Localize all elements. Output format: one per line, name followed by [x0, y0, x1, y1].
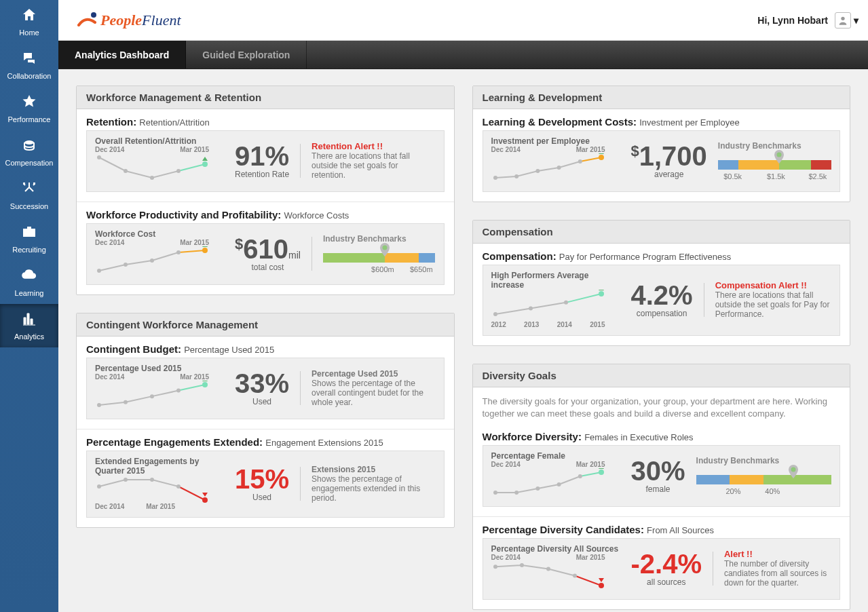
- desc-title: Percentage Used 2015: [312, 369, 434, 379]
- panel-learning: Learning & Development Learning & Develo…: [472, 85, 851, 202]
- metric-value: $1,700: [631, 142, 707, 170]
- section-workforce-diversity[interactable]: Workforce Diversity: Females in Executiv…: [473, 424, 850, 516]
- sparkline: [491, 153, 605, 182]
- benchmark-bar: [718, 160, 831, 170]
- sidebar-item-label: Recruiting: [12, 246, 46, 254]
- sidebar-item-analytics[interactable]: Analytics: [0, 304, 58, 347]
- metric-unit: female: [631, 484, 685, 494]
- svg-point-22: [176, 484, 181, 489]
- svg-point-2: [841, 16, 844, 20]
- sidebar-item-learning[interactable]: Learning: [0, 261, 58, 304]
- svg-point-4: [124, 169, 128, 173]
- benchmark-labels: $0.5k$1.5k$2.5k: [718, 172, 831, 180]
- metric-unit: Used: [235, 397, 289, 406]
- range-start: Dec 2014: [491, 146, 521, 153]
- sidebar-item-label: Analytics: [14, 332, 44, 341]
- alert-body: The number of diversity candiates from a…: [724, 559, 831, 588]
- sidebar-item-label: Compensation: [5, 159, 54, 167]
- logo-text-a: People: [100, 12, 142, 28]
- section-compensation[interactable]: Compensation: Pay for Performance Progra…: [473, 244, 850, 345]
- section-sub: Females in Executive Roles: [584, 432, 693, 442]
- bar-chart-icon: [21, 311, 37, 328]
- sidebar-item-home[interactable]: Home: [0, 0, 58, 43]
- section-sub: Pay for Performance Program Effectivenes…: [559, 252, 731, 262]
- panel-contingent: Contingent Workforce Management Continge…: [76, 313, 455, 528]
- metric-value: 33%: [235, 370, 289, 397]
- panel-title: Diversity Goals: [473, 364, 850, 387]
- range-end: Mar 2015: [576, 146, 605, 153]
- range-end: Mar 2015: [576, 461, 605, 468]
- svg-point-13: [382, 245, 387, 250]
- svg-point-20: [124, 478, 128, 482]
- section-heading: Retention:: [86, 116, 136, 128]
- section-diversity-candidates[interactable]: Percentage Diversity Candidates: From Al…: [473, 516, 850, 609]
- metric-label: Investment per Employee: [491, 136, 620, 146]
- svg-point-6: [176, 169, 181, 173]
- svg-point-41: [791, 467, 796, 472]
- svg-point-38: [556, 482, 561, 486]
- range-end: Mar 2015: [146, 503, 175, 510]
- svg-point-25: [514, 174, 518, 178]
- svg-point-46: [599, 583, 604, 588]
- sparkline: [95, 246, 209, 275]
- main-content: Workforce Management & Retention Retenti…: [58, 69, 868, 612]
- sparkline: [491, 468, 605, 497]
- range-end: Mar 2015: [180, 373, 209, 381]
- tab-analytics-dashboard[interactable]: Analytics Dashboard: [58, 41, 186, 69]
- section-extensions[interactable]: Percentage Engagements Extended: Engagem…: [77, 429, 454, 527]
- section-productivity[interactable]: Workforce Productivity and Profitability…: [77, 202, 454, 294]
- sidebar-item-recruiting[interactable]: Recruiting: [0, 217, 58, 261]
- sidebar-item-compensation[interactable]: Compensation: [0, 130, 58, 174]
- section-heading: Percentage Engagements Extended:: [86, 436, 263, 448]
- logo[interactable]: PeopleFluent: [77, 9, 181, 32]
- sidebar-item-performance[interactable]: Performance: [0, 87, 58, 130]
- panel-workforce: Workforce Management & Retention Retenti…: [76, 85, 455, 295]
- range-start: Dec 2014: [95, 373, 124, 381]
- svg-point-5: [150, 176, 154, 180]
- metric-label: Overall Retention/Attrition: [95, 136, 224, 146]
- avatar-icon: [835, 12, 851, 28]
- benchmark-bar: [696, 475, 831, 484]
- panel-title: Learning & Development: [473, 86, 850, 109]
- desc-body: Shows the percentage of the overall cont…: [312, 379, 434, 407]
- sidebar-item-label: Home: [19, 28, 39, 37]
- svg-point-32: [529, 306, 533, 310]
- range-end: Mar 2015: [180, 146, 209, 153]
- alert-body: There are locations that fall outside th…: [715, 290, 831, 319]
- metric-label: Percentage Female: [491, 451, 620, 461]
- svg-point-11: [176, 250, 181, 254]
- tab-label: Analytics Dashboard: [75, 50, 169, 60]
- section-retention[interactable]: Retention: Retention/Attrition Overall R…: [77, 109, 454, 202]
- sidebar-item-label: Collaboration: [7, 72, 52, 80]
- metric-label: Percentage Diversity All Sources: [491, 544, 620, 554]
- chat-icon: [21, 50, 37, 68]
- range-start: Dec 2014: [95, 239, 124, 246]
- section-sub: Workforce Costs: [284, 210, 349, 221]
- year-label: 2014: [557, 321, 572, 328]
- sidebar-item-succession[interactable]: Succession: [0, 174, 58, 217]
- section-budget[interactable]: Contingent Budget: Percentage Used 2015 …: [77, 337, 454, 429]
- tab-guided-exploration[interactable]: Guided Exploration: [186, 41, 307, 69]
- sparkline: [491, 290, 605, 318]
- user-menu[interactable]: Hi, Lynn Hobart ▾: [757, 12, 858, 28]
- svg-point-8: [97, 269, 101, 273]
- section-heading: Compensation:: [483, 250, 556, 262]
- sidebar-item-collaboration[interactable]: Collaboration: [0, 43, 58, 87]
- svg-point-10: [150, 259, 154, 263]
- sidebar-item-label: Succession: [10, 202, 48, 210]
- svg-point-9: [124, 263, 128, 267]
- section-heading: Percentage Diversity Candidates:: [483, 524, 644, 535]
- section-learning-costs[interactable]: Learning & Development Costs: Investment…: [473, 109, 850, 202]
- section-sub: Retention/Attrition: [139, 117, 209, 128]
- svg-point-43: [520, 563, 524, 567]
- sparkline: [95, 381, 209, 409]
- svg-point-29: [599, 155, 604, 160]
- section-sub: From All Sources: [647, 525, 714, 535]
- section-sub: Percentage Used 2015: [184, 345, 274, 355]
- svg-point-36: [514, 491, 518, 495]
- top-header: PeopleFluent Hi, Lynn Hobart ▾: [58, 0, 868, 41]
- range-start: Dec 2014: [95, 503, 124, 510]
- metric-label: High Performers Average increase: [491, 271, 620, 290]
- benchmark-title: Industry Benchmarks: [323, 234, 436, 244]
- benchmark-labels: $600m$650m: [323, 265, 436, 273]
